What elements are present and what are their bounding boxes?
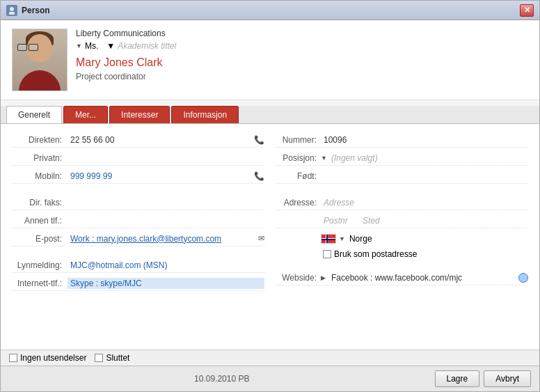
tab-interesser[interactable]: Interesser	[109, 106, 170, 123]
window-icon	[6, 5, 17, 16]
title-bar: Person ✕	[1, 1, 539, 20]
sted-field[interactable]: Sted	[360, 214, 528, 227]
ingen-utsendelser-item: Ingen utsendelser	[9, 353, 86, 363]
privatn-label: Privatn:	[12, 153, 68, 163]
webside-dropdown-arrow[interactable]: ▶	[321, 274, 326, 281]
annen-tlf-value[interactable]	[68, 219, 264, 222]
status-bar: 10.09.2010 PB Lagre Avbryt	[1, 366, 539, 391]
right-column: Nummer: 10096 Posisjon: ▼ (Ingen valgt) …	[276, 132, 528, 341]
phone-icon-mobiln: 📞	[254, 171, 264, 181]
norway-flag	[321, 234, 336, 244]
postnr-sted-group: Postnr Sted	[321, 214, 528, 227]
ingen-utsendelser-checkbox[interactable]	[9, 354, 17, 362]
svg-point-0	[10, 7, 14, 11]
postnr-field[interactable]: Postnr	[321, 214, 356, 227]
company-name: Liberty Communications	[76, 29, 528, 38]
country-name: Norge	[349, 234, 372, 244]
adresse-label: Adresse:	[276, 198, 321, 207]
ingen-utsendelser-label: Ingen utsendelser	[20, 353, 86, 363]
webside-group: ▶ Facebook : www.facebook.com/mjc	[321, 272, 528, 284]
bruk-som-postadresse-row: Bruk som postadresse	[323, 249, 528, 259]
button-group: Lagre Avbryt	[435, 370, 532, 387]
mobiln-row: Mobiln: 999 999 99 📞	[12, 168, 264, 184]
direkten-label: Direkten:	[12, 135, 68, 145]
lynmelding-row: Lynmelding: MJC@hotmail.com (MSN)	[12, 258, 264, 273]
webside-row: Webside: ▶ Facebook : www.facebook.com/m…	[276, 270, 528, 285]
academic-title[interactable]: Akademisk tittel	[118, 41, 176, 51]
internett-value[interactable]: Skype : skype/MJC	[68, 278, 264, 289]
tab-generelt[interactable]: Generelt	[6, 106, 62, 123]
dir-faks-row: Dir. faks:	[12, 195, 264, 210]
dir-faks-label: Dir. faks:	[12, 198, 68, 207]
posisjon-label: Posisjon:	[276, 153, 321, 163]
header-info: Liberty Communications ▼ Ms. ▼ Akademisk…	[76, 29, 528, 81]
webside-value[interactable]: Facebook : www.facebook.com/mjc	[328, 272, 516, 284]
country-group: ▼ Norge	[321, 234, 372, 244]
epost-label: E-post:	[12, 234, 68, 244]
academic-title-dropdown-arrow: ▼	[106, 41, 115, 51]
nummer-value: 10096	[321, 134, 528, 146]
mobiln-label: Mobiln:	[12, 171, 68, 181]
bruk-som-postadresse-label: Bruk som postadresse	[334, 249, 417, 259]
footer-checks: Ingen utsendelser Sluttet	[9, 353, 531, 363]
annen-tlf-row: Annen tlf.:	[12, 213, 264, 228]
globe-icon	[518, 273, 528, 283]
tab-mer[interactable]: Mer...	[63, 106, 108, 123]
tab-informasjon[interactable]: Informasjon	[171, 106, 239, 123]
salutation-dropdown-arrow: ▼	[76, 42, 82, 49]
adresse-row: Adresse: Adresse	[276, 195, 528, 210]
epost-value[interactable]: Work : mary.jones.clark@libertycom.com	[68, 233, 255, 245]
direkten-value[interactable]: 22 55 66 00	[68, 134, 251, 146]
privatn-value[interactable]	[68, 157, 264, 159]
direkten-row: Direkten: 22 55 66 00 📞	[12, 132, 264, 148]
phone-icon-direkten: 📞	[254, 135, 264, 145]
adresse-value[interactable]: Adresse	[321, 196, 528, 209]
lynmelding-label: Lynmelding:	[12, 260, 68, 270]
postnr-sted-row: Postnr Sted	[276, 213, 528, 228]
fodt-value[interactable]	[321, 175, 528, 178]
title-row: ▼ Ms. ▼ Akademisk tittel	[76, 41, 528, 51]
posisjon-value: (Ingen valgt)	[328, 152, 381, 164]
internett-label: Internett-tlf.:	[12, 279, 68, 288]
close-button[interactable]: ✕	[520, 4, 534, 17]
mobiln-value[interactable]: 999 999 99	[68, 170, 251, 182]
privatn-row: Privatn:	[12, 150, 264, 166]
epost-row: E-post: Work : mary.jones.clark@libertyc…	[12, 231, 264, 246]
posisjon-dropdown[interactable]: ▼ (Ingen valgt)	[321, 152, 381, 164]
nummer-row: Nummer: 10096	[276, 132, 528, 148]
sluttet-item: Sluttet	[95, 353, 129, 363]
nummer-label: Nummer:	[276, 135, 321, 145]
footer-bottom: Ingen utsendelser Sluttet	[1, 350, 539, 366]
fodt-label: Født:	[276, 171, 321, 181]
country-row: ▼ Norge	[276, 231, 528, 246]
avatar	[12, 29, 68, 91]
internett-row: Internett-tlf.: Skype : skype/MJC	[12, 276, 264, 291]
annen-tlf-label: Annen tlf.:	[12, 216, 68, 226]
sluttet-label: Sluttet	[106, 353, 129, 363]
content-area: Direkten: 22 55 66 00 📞 Privatn: Mobiln:…	[1, 124, 539, 350]
fodt-row: Født:	[276, 168, 528, 184]
person-window: Person ✕ Liberty Communications ▼ Ms.	[0, 0, 540, 392]
envelope-icon: ✉	[258, 234, 264, 243]
posisjon-dropdown-arrow: ▼	[321, 155, 327, 162]
person-job-title: Project coordinator	[76, 72, 528, 81]
lynmelding-value[interactable]: MJC@hotmail.com (MSN)	[68, 259, 264, 272]
left-column: Direkten: 22 55 66 00 📞 Privatn: Mobiln:…	[12, 132, 264, 341]
status-text: 10.09.2010 PB	[9, 374, 435, 384]
country-dropdown-arrow[interactable]: ▼	[339, 235, 345, 242]
sluttet-checkbox[interactable]	[95, 354, 103, 362]
tabs-bar: Generelt Mer... Interesser Informasjon	[1, 106, 539, 124]
svg-rect-1	[9, 12, 15, 15]
person-name: Mary Jones Clark	[76, 56, 528, 69]
dir-faks-value[interactable]	[68, 201, 264, 204]
bruk-som-postadresse-checkbox[interactable]	[323, 250, 331, 258]
header-section: Liberty Communications ▼ Ms. ▼ Akademisk…	[1, 20, 539, 100]
cancel-button[interactable]: Avbryt	[484, 370, 531, 387]
webside-label: Webside:	[276, 273, 321, 283]
posisjon-row: Posisjon: ▼ (Ingen valgt)	[276, 150, 528, 166]
salutation[interactable]: Ms.	[85, 41, 98, 51]
save-button[interactable]: Lagre	[435, 370, 480, 387]
window-title: Person	[22, 6, 520, 15]
